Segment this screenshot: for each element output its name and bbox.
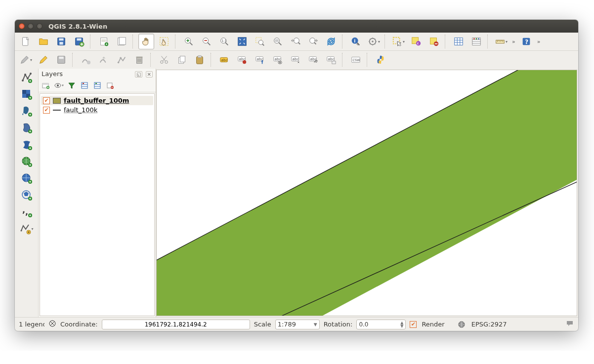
- add-spatialite-layer-button[interactable]: [19, 121, 35, 135]
- svg-rect-48: [136, 57, 143, 58]
- layer-visibility-checkbox[interactable]: ✔: [43, 97, 50, 104]
- add-delimited-text-button[interactable]: ,,: [19, 205, 35, 219]
- select-by-expression-button[interactable]: ε: [408, 34, 424, 49]
- remove-layer-button[interactable]: [105, 80, 116, 91]
- toggle-extents-icon[interactable]: [48, 320, 56, 329]
- layer-tree[interactable]: ✔ fault_buffer_100m ✔ fault_100k: [40, 93, 155, 316]
- save-layer-edits-button[interactable]: [53, 52, 69, 68]
- svg-rect-43: [59, 57, 63, 59]
- svg-point-79: [30, 73, 32, 75]
- add-mssql-layer-button[interactable]: [19, 138, 35, 152]
- layers-panel-undock-button[interactable]: ◱: [135, 71, 142, 78]
- copy-features-button[interactable]: [174, 52, 190, 68]
- current-edits-button[interactable]: ▾: [18, 52, 34, 68]
- zoom-out-button[interactable]: [199, 34, 214, 49]
- layers-panel-close-button[interactable]: ✕: [146, 71, 153, 78]
- svg-rect-0: [23, 38, 28, 46]
- pan-to-selection-button[interactable]: [156, 34, 172, 49]
- paste-features-button[interactable]: [192, 52, 208, 68]
- manage-visibility-button[interactable]: ▾: [53, 80, 64, 91]
- composer-manager-button[interactable]: [114, 34, 129, 49]
- svg-rect-17: [238, 38, 247, 46]
- show-hide-labels-button[interactable]: abc: [270, 52, 286, 68]
- rotation-spinner[interactable]: 0.0 ▲▼: [356, 320, 406, 329]
- expand-all-button[interactable]: [79, 80, 90, 91]
- add-feature-button[interactable]: [78, 52, 94, 68]
- cut-features-button[interactable]: [156, 52, 172, 68]
- render-checkbox[interactable]: ✔: [410, 321, 417, 328]
- coordinate-input[interactable]: [102, 320, 250, 329]
- svg-point-66: [279, 62, 281, 63]
- select-features-button[interactable]: ▾: [390, 34, 406, 49]
- toolbar-overflow-1[interactable]: »: [511, 39, 516, 45]
- svg-rect-2: [59, 39, 63, 41]
- add-raster-layer-button[interactable]: [19, 87, 35, 101]
- label-tool-button[interactable]: abc: [216, 52, 232, 68]
- window-minimize-button[interactable]: [28, 23, 34, 29]
- layer-symbol-polygon-icon: [53, 98, 61, 104]
- window-close-button[interactable]: [19, 23, 25, 29]
- zoom-in-button[interactable]: [181, 34, 197, 49]
- crs-label[interactable]: EPSG:2927: [471, 321, 507, 328]
- deselect-all-button[interactable]: [426, 34, 442, 49]
- zoom-next-button[interactable]: [305, 34, 321, 49]
- scale-selector[interactable]: 1:789▼: [275, 320, 320, 329]
- new-shapefile-button[interactable]: ▾: [19, 222, 35, 236]
- coordinate-label: Coordinate:: [60, 321, 98, 328]
- titlebar: QGIS 2.8.1-Wien: [15, 20, 578, 33]
- zoom-native-button[interactable]: 1:1: [216, 34, 232, 49]
- filter-legend-button[interactable]: [66, 80, 77, 91]
- pin-labels-button[interactable]: abc: [252, 52, 268, 68]
- messages-icon[interactable]: [565, 319, 574, 329]
- add-wfs-layer-button[interactable]: [19, 188, 35, 202]
- new-project-button[interactable]: [18, 34, 34, 49]
- layer-item-fault-buffer[interactable]: ✔ fault_buffer_100m: [41, 96, 153, 105]
- add-vector-layer-button[interactable]: [19, 71, 35, 84]
- svg-rect-100: [42, 83, 48, 85]
- toolbar-file-navigation: 1:1 i ▾ ▾ ε ▾ » ? »: [15, 33, 578, 51]
- window-maximize-button[interactable]: [37, 23, 42, 29]
- add-wms-layer-button[interactable]: [19, 155, 35, 168]
- zoom-to-layer-button[interactable]: [270, 34, 286, 49]
- save-project-button[interactable]: [53, 34, 69, 49]
- svg-rect-54: [198, 56, 201, 58]
- svg-point-46: [120, 57, 122, 59]
- identify-tool-button[interactable]: i: [348, 34, 364, 49]
- measure-tool-button[interactable]: ▾: [493, 34, 509, 49]
- csw-client-button[interactable]: CSW: [348, 52, 364, 68]
- svg-point-78: [27, 78, 29, 80]
- refresh-button[interactable]: [323, 34, 339, 49]
- zoom-full-button[interactable]: [234, 34, 250, 49]
- run-feature-action-button[interactable]: ▾: [366, 34, 382, 49]
- add-wcs-layer-button[interactable]: [19, 171, 35, 185]
- pan-tool-button[interactable]: [138, 34, 154, 49]
- open-attribute-table-button[interactable]: [451, 34, 467, 49]
- layer-visibility-checkbox[interactable]: ✔: [43, 107, 50, 114]
- zoom-last-button[interactable]: [288, 34, 303, 49]
- add-group-button[interactable]: [41, 80, 51, 91]
- move-feature-button[interactable]: [96, 52, 112, 68]
- python-console-button[interactable]: [373, 52, 388, 68]
- svg-rect-73: [332, 61, 336, 64]
- zoom-to-selection-button[interactable]: [252, 34, 268, 49]
- new-print-composer-button[interactable]: [96, 34, 112, 49]
- toolbar-overflow-2[interactable]: »: [536, 39, 542, 45]
- toggle-editing-button[interactable]: [36, 52, 51, 68]
- help-button[interactable]: ?: [518, 34, 534, 49]
- map-canvas[interactable]: [156, 70, 577, 316]
- highlight-pinned-labels-button[interactable]: abc: [234, 52, 250, 68]
- add-postgis-layer-button[interactable]: [19, 104, 35, 118]
- crs-icon[interactable]: [458, 321, 466, 328]
- svg-point-103: [57, 84, 59, 86]
- change-label-button[interactable]: abc: [323, 52, 339, 68]
- move-label-button[interactable]: abc: [288, 52, 303, 68]
- layer-item-fault-100k[interactable]: ✔ fault_100k: [41, 105, 153, 115]
- save-project-as-button[interactable]: [71, 34, 87, 49]
- open-project-button[interactable]: [36, 34, 51, 49]
- field-calculator-button[interactable]: [468, 34, 484, 49]
- svg-text:abc: abc: [293, 57, 299, 61]
- delete-selected-button[interactable]: [131, 52, 147, 68]
- rotate-label-button[interactable]: abc: [305, 52, 321, 68]
- collapse-all-button[interactable]: [92, 80, 103, 91]
- node-tool-button[interactable]: [114, 52, 129, 68]
